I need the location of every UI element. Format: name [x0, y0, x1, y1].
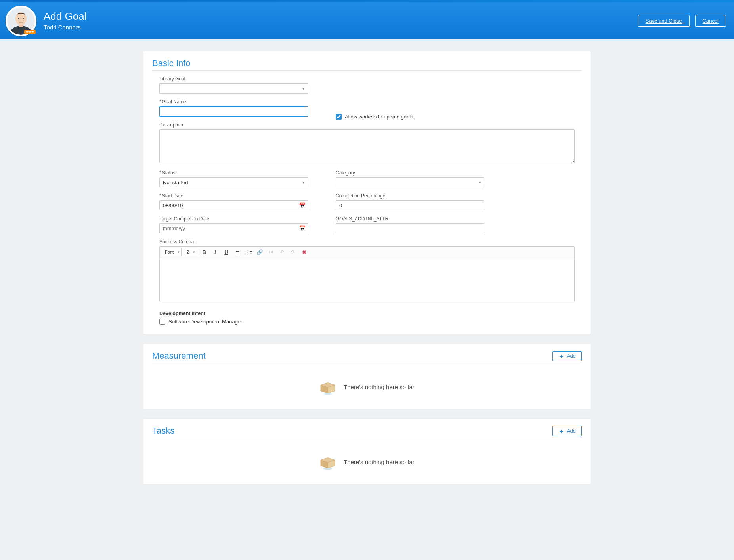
completion-pct-label: Completion Percentage: [336, 193, 484, 199]
add-measurement-button[interactable]: ＋ Add: [552, 351, 582, 361]
tasks-card: Tasks ＋ Add There's nothing here so far.: [143, 418, 591, 484]
allow-workers-update-checkbox[interactable]: [336, 114, 342, 120]
tasks-empty-state: There's nothing here so far.: [152, 443, 582, 474]
calendar-icon[interactable]: 📅: [299, 202, 306, 208]
clear-format-icon[interactable]: ✖: [300, 248, 308, 256]
description-textarea[interactable]: [159, 129, 575, 163]
measurement-empty-text: There's nothing here so far.: [344, 384, 416, 390]
library-goal-select[interactable]: [159, 83, 308, 94]
success-criteria-editor: Font▾ 2▾ B I U ≣ ⋮≡ 🔗 ✂ ↶ ↷ ✖: [159, 246, 575, 302]
page-title: Add Goal: [44, 11, 86, 22]
svg-point-10: [323, 393, 333, 395]
empty-box-icon: [318, 453, 337, 470]
rte-toolbar: Font▾ 2▾ B I U ≣ ⋮≡ 🔗 ✂ ↶ ↷ ✖: [160, 247, 574, 258]
rte-body[interactable]: [160, 258, 574, 302]
italic-icon[interactable]: I: [211, 248, 219, 256]
goal-name-label: Goal Name: [159, 99, 308, 105]
rte-size-select[interactable]: 2▾: [185, 248, 197, 256]
calendar-icon[interactable]: 📅: [299, 225, 306, 231]
page-header: ★★★ Add Goal Todd Connors Save and Close…: [0, 2, 734, 39]
completion-pct-input[interactable]: [336, 200, 484, 210]
basic-info-card: Basic Info Library Goal ▾ Goal Name: [143, 51, 591, 334]
header-actions: Save and Close Cancel: [638, 15, 726, 27]
addtnl-attr-label: GOALS_ADDTNL_ATTR: [336, 216, 484, 222]
allow-workers-update-label: Allow workers to update goals: [345, 114, 413, 120]
ordered-list-icon[interactable]: ≣: [233, 248, 241, 256]
svg-point-6: [23, 18, 24, 19]
success-criteria-label: Success Criteria: [159, 239, 575, 245]
development-intent-section: Development Intent Software Development …: [159, 311, 575, 325]
status-label: Status: [159, 170, 308, 176]
target-date-label: Target Completion Date: [159, 216, 308, 222]
svg-point-14: [323, 468, 333, 470]
redo-icon[interactable]: ↷: [289, 248, 297, 256]
undo-icon[interactable]: ↶: [278, 248, 286, 256]
link-icon[interactable]: 🔗: [256, 248, 264, 256]
status-select[interactable]: [159, 177, 308, 187]
svg-point-5: [18, 18, 19, 19]
header-titles: Add Goal Todd Connors: [44, 11, 86, 31]
svg-point-4: [15, 12, 27, 26]
description-label: Description: [159, 122, 575, 128]
basic-info-title: Basic Info: [152, 58, 582, 71]
measurement-empty-state: There's nothing here so far.: [152, 369, 582, 399]
category-label: Category: [336, 170, 484, 176]
dev-intent-title: Development Intent: [159, 311, 575, 316]
save-and-close-button[interactable]: Save and Close: [638, 15, 690, 27]
page-subtitle: Todd Connors: [44, 24, 86, 31]
goal-name-input[interactable]: [159, 106, 308, 117]
tasks-empty-text: There's nothing here so far.: [344, 459, 416, 465]
unordered-list-icon[interactable]: ⋮≡: [245, 248, 252, 256]
dev-intent-option-label: Software Development Manager: [168, 319, 242, 325]
cancel-button[interactable]: Cancel: [695, 15, 726, 27]
avatar-badge: ★★★: [24, 30, 36, 34]
empty-box-icon: [318, 378, 337, 396]
unlink-icon[interactable]: ✂: [267, 248, 275, 256]
measurement-card: Measurement ＋ Add There's nothing here s…: [143, 343, 591, 409]
rte-font-select[interactable]: Font▾: [163, 248, 182, 256]
start-date-input[interactable]: [159, 200, 308, 210]
start-date-label: Start Date: [159, 193, 308, 199]
bold-icon[interactable]: B: [200, 248, 208, 256]
dev-intent-checkbox[interactable]: [159, 319, 165, 325]
underline-icon[interactable]: U: [222, 248, 230, 256]
avatar[interactable]: ★★★: [6, 6, 36, 36]
library-goal-label: Library Goal: [159, 76, 308, 82]
addtnl-attr-input[interactable]: [336, 223, 484, 233]
tasks-title: Tasks: [152, 426, 174, 436]
add-task-button[interactable]: ＋ Add: [552, 426, 582, 436]
page-body: Basic Info Library Goal ▾ Goal Name: [143, 51, 591, 484]
measurement-title: Measurement: [152, 351, 206, 361]
plus-icon: ＋: [558, 353, 564, 359]
category-select[interactable]: [336, 177, 484, 187]
plus-icon: ＋: [558, 428, 564, 434]
target-date-input[interactable]: [159, 223, 308, 233]
